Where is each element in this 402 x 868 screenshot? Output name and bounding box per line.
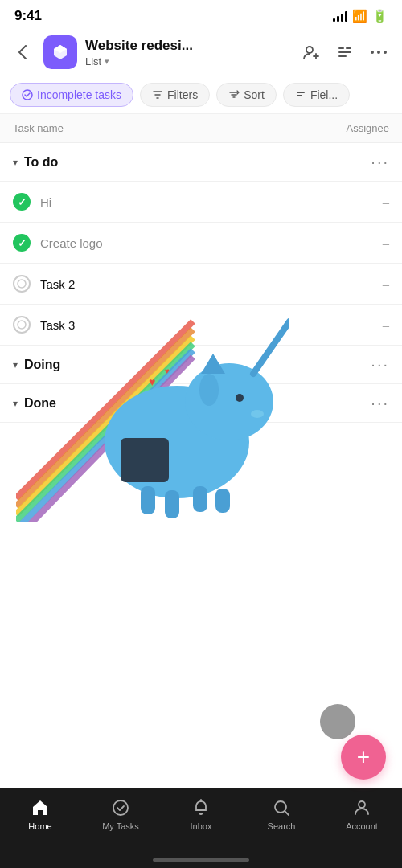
svg-rect-1	[338, 47, 344, 49]
project-title: Website redesi...	[85, 38, 289, 54]
task-checkbox-hi[interactable]	[13, 193, 31, 211]
add-task-fab[interactable]: +	[341, 735, 386, 780]
task-assignee-logo: –	[383, 236, 389, 250]
task-assignee-task2: –	[383, 277, 389, 291]
view-options-button[interactable]	[331, 39, 359, 66]
fields-label: Fiel...	[310, 88, 338, 101]
nav-inbox[interactable]: Inbox	[161, 797, 241, 831]
nav-home-label: Home	[28, 821, 51, 831]
section-title-doing: Doing	[24, 358, 60, 372]
section-chevron-todo[interactable]: ▾	[13, 157, 18, 168]
add-person-button[interactable]	[297, 39, 325, 66]
section-header-doing: ▾ Doing ···	[0, 346, 402, 384]
task-row-logo[interactable]: Create logo –	[0, 223, 402, 264]
wifi-icon: 📶	[352, 9, 367, 23]
back-button[interactable]	[10, 39, 35, 65]
svg-line-36	[285, 811, 289, 815]
svg-rect-31	[121, 438, 169, 482]
svg-point-33	[113, 800, 128, 815]
header: Website redesi... List ▾	[0, 29, 402, 76]
header-title-group: Website redesi... List ▾	[85, 38, 289, 68]
status-time: 9:41	[14, 8, 42, 24]
filters-chip[interactable]: Filters	[140, 83, 210, 107]
incomplete-tasks-label: Incomplete tasks	[37, 88, 121, 101]
svg-rect-4	[338, 55, 347, 57]
nav-search-label: Search	[268, 821, 296, 831]
task-assignee-task3: –	[383, 318, 389, 332]
section-title-wrap-todo: ▾ To do	[13, 155, 58, 170]
section-header-todo: ▾ To do ···	[0, 143, 402, 182]
table-header: Task name Assignee	[0, 114, 402, 143]
task-left-task3: Task 3	[13, 316, 75, 334]
sort-chip[interactable]: Sort	[216, 83, 277, 107]
bell-icon	[191, 797, 211, 818]
task-left-task2: Task 2	[13, 275, 75, 293]
svg-rect-25	[141, 486, 155, 514]
nav-home[interactable]: Home	[0, 797, 80, 831]
svg-rect-9	[297, 92, 305, 93]
sort-label: Sort	[244, 88, 265, 101]
task-name-task2: Task 2	[40, 277, 75, 291]
secondary-fab[interactable]	[320, 704, 355, 739]
svg-rect-2	[346, 47, 351, 49]
svg-point-7	[384, 51, 387, 54]
col-task-name: Task name	[13, 122, 64, 134]
section-title-wrap-done: ▾ Done	[13, 396, 56, 411]
section-chevron-done[interactable]: ▾	[13, 398, 18, 409]
add-task-fab-icon: +	[357, 746, 370, 768]
header-actions	[297, 39, 392, 66]
task-name-logo: Create logo	[40, 236, 103, 250]
section-chevron-doing[interactable]: ▾	[13, 359, 18, 371]
svg-point-0	[306, 47, 313, 53]
task-row-task3[interactable]: Task 3 –	[0, 305, 402, 346]
section-more-done[interactable]: ···	[371, 394, 389, 412]
section-title-todo: To do	[24, 155, 58, 170]
nav-search[interactable]: Search	[241, 797, 322, 831]
svg-rect-10	[297, 95, 302, 96]
task-row-hi[interactable]: Hi –	[0, 182, 402, 223]
svg-rect-26	[165, 490, 179, 518]
svg-rect-3	[338, 51, 351, 53]
svg-point-37	[359, 801, 365, 808]
person-icon	[351, 797, 372, 818]
nav-mytasks[interactable]: My Tasks	[80, 797, 161, 831]
task-name-hi: Hi	[40, 195, 51, 209]
svg-rect-28	[215, 489, 230, 513]
col-assignee: Assignee	[347, 122, 389, 134]
svg-point-12	[18, 321, 26, 329]
app-icon	[43, 35, 77, 69]
fields-chip[interactable]: Fiel...	[283, 83, 350, 107]
task-assignee-hi: –	[383, 195, 389, 209]
home-indicator	[153, 858, 249, 862]
section-more-doing[interactable]: ···	[371, 355, 389, 374]
section-more-todo[interactable]: ···	[371, 153, 389, 171]
project-subtitle: List ▾	[85, 55, 289, 68]
svg-point-11	[18, 280, 26, 288]
task-name-task3: Task 3	[40, 318, 75, 332]
task-checkbox-task2[interactable]	[13, 275, 31, 293]
nav-inbox-label: Inbox	[191, 821, 212, 831]
home-icon	[30, 797, 51, 818]
status-bar: 9:41 📶 🔋	[0, 0, 402, 29]
svg-point-6	[377, 51, 380, 54]
svg-rect-27	[193, 486, 207, 512]
task-checkbox-logo[interactable]	[13, 234, 31, 252]
section-title-wrap-doing: ▾ Doing	[13, 358, 60, 372]
task-left-logo: Create logo	[13, 234, 103, 252]
nav-account[interactable]: Account	[322, 797, 402, 831]
section-title-done: Done	[24, 396, 56, 411]
chevron-down-icon: ▾	[105, 56, 109, 67]
task-left-hi: Hi	[13, 193, 51, 211]
list-label: List	[85, 55, 101, 68]
nav-account-label: Account	[346, 821, 378, 831]
task-checkbox-task3[interactable]	[13, 316, 31, 334]
filter-bar: Incomplete tasks Filters Sort Fiel...	[0, 76, 402, 114]
signal-icon	[333, 10, 347, 22]
check-circle-icon	[110, 797, 131, 818]
bottom-nav: Home My Tasks Inbox Search	[0, 788, 402, 868]
section-header-done: ▾ Done ···	[0, 384, 402, 423]
incomplete-tasks-chip[interactable]: Incomplete tasks	[10, 83, 133, 107]
task-row-task2[interactable]: Task 2 –	[0, 264, 402, 305]
more-options-button[interactable]	[365, 39, 392, 66]
svg-point-5	[371, 51, 374, 54]
